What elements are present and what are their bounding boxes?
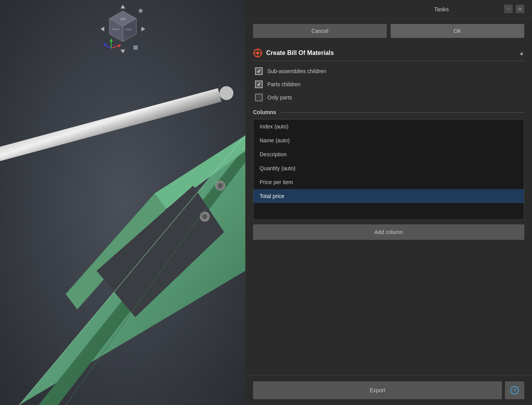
columns-header: Columns bbox=[253, 109, 524, 115]
collapse-button[interactable]: ▲ bbox=[519, 50, 524, 56]
column-item-total-price[interactable]: Total price bbox=[253, 189, 524, 203]
section-header-left: Create Bill Of Materials bbox=[253, 48, 334, 58]
checkbox-box-only-parts[interactable] bbox=[255, 94, 263, 101]
checkbox-group: Sub-assemblies children Parts children O… bbox=[253, 67, 524, 101]
checkbox-label-parts-children: Parts children bbox=[267, 81, 301, 87]
checkbox-parts-children[interactable]: Parts children bbox=[255, 80, 524, 88]
navigation-cube[interactable]: TOP RIGHT FRONT bbox=[100, 4, 146, 54]
svg-point-12 bbox=[202, 214, 207, 219]
svg-text:RIGHT: RIGHT bbox=[125, 28, 132, 31]
export-button[interactable]: Export bbox=[253, 381, 502, 399]
checkbox-only-parts[interactable]: Only parts bbox=[255, 94, 524, 101]
column-item-index[interactable]: Index (auto) bbox=[253, 120, 524, 133]
checkbox-sub-assemblies[interactable]: Sub-assemblies children bbox=[255, 67, 524, 75]
checkbox-label-only-parts: Only parts bbox=[267, 94, 292, 101]
checkbox-label-sub-assemblies: Sub-assemblies children bbox=[267, 68, 326, 74]
column-item-quantity[interactable]: Quantity (auto) bbox=[253, 161, 524, 175]
bottom-buttons: Export ? bbox=[245, 375, 532, 405]
column-item-name[interactable]: Name (auto) bbox=[253, 133, 524, 147]
ok-button[interactable]: OK bbox=[391, 24, 524, 38]
dialog-panel: Tasks ─ ⧉ Cancel OK Create bbox=[245, 0, 532, 405]
columns-divider bbox=[281, 112, 524, 113]
minimize-button[interactable]: ─ bbox=[504, 5, 513, 13]
section-title: Create Bill Of Materials bbox=[266, 50, 334, 56]
action-buttons-row: Cancel OK bbox=[245, 18, 532, 44]
3d-viewport[interactable]: TOP RIGHT FRONT bbox=[0, 0, 245, 405]
svg-marker-15 bbox=[121, 5, 125, 9]
svg-marker-29 bbox=[110, 39, 113, 42]
svg-text:TOP: TOP bbox=[120, 18, 126, 21]
svg-rect-32 bbox=[134, 46, 138, 50]
checkbox-box-sub-assemblies[interactable] bbox=[255, 67, 263, 75]
dialog-content: Create Bill Of Materials ▲ Sub-assemblie… bbox=[245, 44, 532, 375]
bom-icon bbox=[253, 48, 262, 58]
cancel-button[interactable]: Cancel bbox=[253, 24, 387, 38]
window-title: Tasks bbox=[379, 6, 504, 12]
column-item-price-per-item[interactable]: Price per item bbox=[253, 175, 524, 189]
svg-point-34 bbox=[256, 51, 259, 55]
svg-text:?: ? bbox=[513, 388, 516, 393]
svg-marker-17 bbox=[100, 27, 104, 31]
window-controls: ─ ⧉ bbox=[504, 5, 524, 13]
svg-marker-27 bbox=[118, 44, 121, 48]
svg-text:FRONT: FRONT bbox=[112, 28, 120, 31]
svg-marker-18 bbox=[141, 27, 145, 31]
svg-point-19 bbox=[139, 9, 143, 13]
help-icon: ? bbox=[510, 386, 519, 395]
maximize-button[interactable]: ⧉ bbox=[516, 5, 524, 13]
column-list[interactable]: Index (auto) Name (auto) Description Qua… bbox=[253, 119, 524, 220]
svg-marker-16 bbox=[121, 50, 125, 53]
section-header: Create Bill Of Materials ▲ bbox=[253, 44, 524, 61]
help-button[interactable]: ? bbox=[505, 381, 524, 399]
title-bar: Tasks ─ ⧉ bbox=[245, 0, 532, 18]
add-column-button[interactable]: Add column bbox=[253, 224, 524, 240]
columns-label: Columns bbox=[253, 109, 276, 115]
checkbox-box-parts-children[interactable] bbox=[255, 80, 263, 88]
column-item-description[interactable]: Description bbox=[253, 147, 524, 161]
